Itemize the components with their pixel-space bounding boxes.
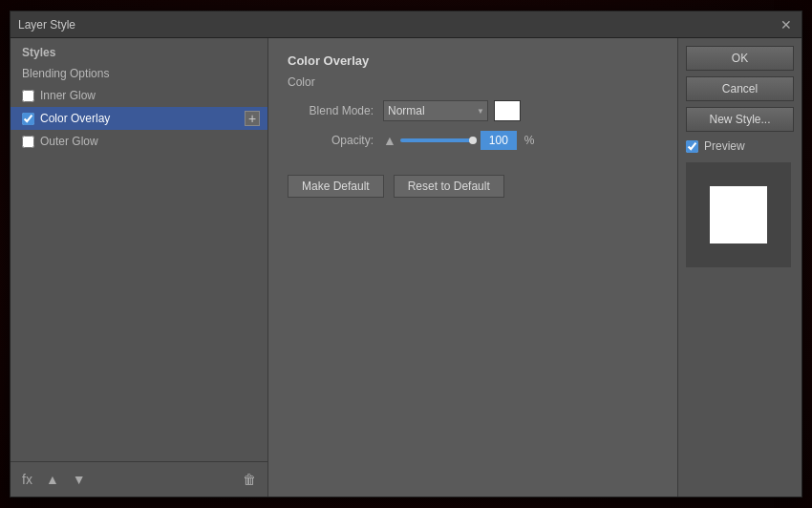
layer-style-dialog: Layer Style ✕ Styles Blending Options In… [10,11,802,497]
right-panel: OK Cancel New Style... Preview [677,38,801,497]
color-swatch[interactable] [494,100,521,121]
outer-glow-item[interactable]: Outer Glow [11,130,267,153]
opacity-percent: % [524,134,535,147]
styles-header: Styles [11,38,267,63]
cancel-button[interactable]: Cancel [686,76,794,101]
blend-mode-row: Blend Mode: Normal Multiply Screen Overl… [288,100,658,121]
blend-mode-label: Blend Mode: [288,104,374,117]
inner-glow-item[interactable]: Inner Glow [11,84,267,107]
color-overlay-add-button[interactable]: + [245,111,260,126]
preview-label: Preview [704,139,745,153]
action-buttons: Make Default Reset to Default [288,175,658,198]
outer-glow-label: Outer Glow [40,135,98,148]
opacity-label: Opacity: [288,134,374,147]
section-title: Color Overlay [288,53,658,68]
color-sublabel: Color [288,75,658,89]
preview-row: Preview [686,139,794,153]
preview-inner [710,186,767,243]
opacity-slider[interactable] [400,138,477,142]
opacity-row: Opacity: ▲ % [288,131,658,150]
left-panel-footer: fx ▲ ▼ 🗑 [11,461,267,497]
preview-box [686,162,791,267]
delete-button[interactable]: 🗑 [239,470,260,489]
outer-glow-checkbox[interactable] [22,136,34,148]
move-down-button[interactable]: ▼ [69,470,90,489]
color-overlay-checkbox[interactable] [22,113,34,125]
ok-button[interactable]: OK [686,46,794,71]
blend-mode-select-wrapper: Normal Multiply Screen Overlay [383,100,488,121]
preview-checkbox[interactable] [686,140,698,153]
color-overlay-label: Color Overlay [40,112,110,125]
close-button[interactable]: ✕ [779,17,794,32]
reset-to-default-button[interactable]: Reset to Default [394,175,504,198]
blend-mode-select[interactable]: Normal Multiply Screen Overlay [383,100,488,121]
fx-button[interactable]: fx [18,470,36,489]
dialog-body: Styles Blending Options Inner Glow Color… [11,38,801,497]
new-style-button[interactable]: New Style... [686,107,794,132]
color-overlay-item[interactable]: Color Overlay + [11,107,267,130]
main-panel: Color Overlay Color Blend Mode: Normal M… [268,38,677,497]
dialog-title: Layer Style [18,18,75,32]
inner-glow-checkbox[interactable] [22,90,34,102]
opacity-scrubber-icon[interactable]: ▲ [383,133,396,148]
make-default-button[interactable]: Make Default [288,175,384,198]
title-bar: Layer Style ✕ [11,11,801,38]
move-up-button[interactable]: ▲ [42,470,63,489]
opacity-slider-wrapper: ▲ % [383,131,535,150]
left-panel: Styles Blending Options Inner Glow Color… [11,38,268,497]
inner-glow-label: Inner Glow [40,89,96,102]
blending-options-item[interactable]: Blending Options [11,63,267,84]
opacity-input[interactable] [481,131,517,150]
